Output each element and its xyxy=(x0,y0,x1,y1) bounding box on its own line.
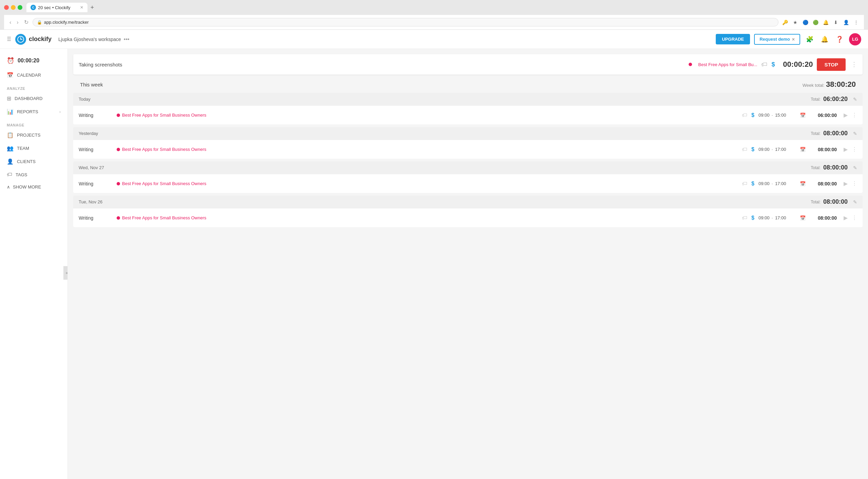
show-more-button[interactable]: ∧ SHOW MORE xyxy=(0,181,67,193)
sidebar-timer[interactable]: ⏰ 00:00:20 xyxy=(0,53,67,68)
entry-time-end-2-0: 17:00 xyxy=(775,181,786,186)
day-total-time-3: 08:00:00 xyxy=(823,198,848,205)
day-label-3: Tue, Nov 26 xyxy=(79,199,102,204)
tags-label: TAGS xyxy=(16,172,27,177)
sidebar-item-reports[interactable]: 📊 REPORTS › xyxy=(0,105,67,118)
entry-play-button-1-0[interactable]: ▶ xyxy=(844,146,848,153)
entry-billable-icon-1-0[interactable]: $ xyxy=(751,146,754,153)
request-demo-button[interactable]: Request demo × xyxy=(754,34,800,45)
entry-play-button-3-0[interactable]: ▶ xyxy=(844,215,848,221)
extension-2[interactable]: 🟢 xyxy=(812,19,819,26)
entry-time-end-3-0: 17:00 xyxy=(775,215,786,220)
entry-time-range-0-0: 09:00 - 15:00 xyxy=(758,113,796,118)
timer-more-button[interactable]: ⋮ xyxy=(851,61,857,68)
entry-time-sep-0-0: - xyxy=(772,113,773,118)
minimize-window-button[interactable] xyxy=(11,5,16,10)
entry-calendar-icon-1-0[interactable]: 📅 xyxy=(800,147,806,152)
back-button[interactable]: ‹ xyxy=(8,18,13,27)
tags-icon: 🏷 xyxy=(7,172,12,178)
entry-calendar-icon-3-0[interactable]: 📅 xyxy=(800,215,806,221)
timer-value: 00:00:20 xyxy=(18,58,39,64)
day-total-label-1: Total: xyxy=(811,131,821,136)
entry-tag-icon-1-0[interactable]: 🏷 xyxy=(742,146,747,153)
sidebar-item-projects[interactable]: 📋 PROJECTS xyxy=(0,128,67,142)
entry-tag-icon-2-0[interactable]: 🏷 xyxy=(742,181,747,187)
address-bar[interactable]: 🔒 app.clockify.me/tracker xyxy=(33,18,778,26)
clients-icon: 👤 xyxy=(7,158,14,165)
extensions-button[interactable]: 🔑 xyxy=(781,19,789,26)
app-logo[interactable]: clockify xyxy=(15,34,52,45)
logo-icon xyxy=(15,34,26,45)
timer-project-name: Best Free Apps for Small Bu... xyxy=(698,62,757,67)
day-header-3: Tue, Nov 26 Total: 08:00:00 ✎ xyxy=(73,196,863,208)
entry-billable-icon-2-0[interactable]: $ xyxy=(751,181,754,187)
forward-button[interactable]: › xyxy=(15,18,20,27)
sidebar-item-calendar[interactable]: 📅 CALENDAR xyxy=(0,68,67,82)
entry-duration-3-0: 08:00:00 xyxy=(810,215,837,221)
entry-billable-icon-3-0[interactable]: $ xyxy=(751,215,754,221)
show-more-label: SHOW MORE xyxy=(13,184,41,189)
maximize-window-button[interactable] xyxy=(18,5,22,10)
clients-label: CLIENTS xyxy=(17,159,36,164)
demo-close-icon[interactable]: × xyxy=(792,37,795,42)
entry-play-button-0-0[interactable]: ▶ xyxy=(844,112,848,118)
entry-play-button-2-0[interactable]: ▶ xyxy=(844,180,848,187)
entry-description-1-0: Writing xyxy=(79,147,113,152)
entry-tag-icon-3-0[interactable]: 🏷 xyxy=(742,215,747,221)
day-edit-icon-1[interactable]: ✎ xyxy=(853,131,857,136)
week-header: This week Week total: 38:00:20 xyxy=(73,77,863,90)
puzzle-icon[interactable]: 🧩 xyxy=(804,34,815,45)
day-edit-icon-2[interactable]: ✎ xyxy=(853,165,857,171)
projects-icon: 📋 xyxy=(7,132,14,138)
workspace-more-button[interactable]: ••• xyxy=(124,36,130,42)
sidebar-item-team[interactable]: 👥 TEAM xyxy=(0,142,67,155)
entry-more-button-2-0[interactable]: ⋮ xyxy=(852,180,857,187)
stop-button[interactable]: STOP xyxy=(817,58,846,71)
clock-icon: ⏰ xyxy=(7,57,14,64)
menu-button[interactable]: ⋮ xyxy=(852,19,860,26)
help-icon[interactable]: ❓ xyxy=(834,34,845,45)
day-edit-icon-0[interactable]: ✎ xyxy=(853,97,857,102)
day-label-0: Today xyxy=(79,97,91,102)
user-avatar[interactable]: LG xyxy=(849,33,861,45)
extension-3[interactable]: 🔔 xyxy=(822,19,829,26)
browser-tab[interactable]: C 20 sec • Clockify ✕ xyxy=(26,3,87,12)
timer-time-display: 00:00:20 xyxy=(779,60,813,69)
analyze-section-label: ANALYZE xyxy=(0,82,67,92)
entry-tag-icon-0-0[interactable]: 🏷 xyxy=(742,112,747,118)
entry-billable-icon-0-0[interactable]: $ xyxy=(751,112,754,118)
notification-icon[interactable]: 🔔 xyxy=(819,34,830,45)
sidebar-item-tags[interactable]: 🏷 TAGS xyxy=(0,168,67,181)
entry-time-start-0-0: 09:00 xyxy=(758,113,770,118)
grid-menu-icon[interactable]: ⠿ xyxy=(7,36,11,43)
entry-calendar-icon-2-0[interactable]: 📅 xyxy=(800,181,806,186)
entry-more-button-3-0[interactable]: ⋮ xyxy=(852,215,857,221)
timer-project-dot xyxy=(689,63,692,66)
traffic-lights xyxy=(4,5,22,10)
bookmark-button[interactable]: ★ xyxy=(791,19,799,26)
day-edit-icon-3[interactable]: ✎ xyxy=(853,199,857,205)
tab-close-button[interactable]: ✕ xyxy=(80,5,83,10)
sidebar: ⏰ 00:00:20 📅 CALENDAR ANALYZE ⊞ DASHBOAR… xyxy=(0,49,68,479)
close-window-button[interactable] xyxy=(4,5,9,10)
sidebar-item-clients[interactable]: 👤 CLIENTS xyxy=(0,155,67,168)
sidebar-item-dashboard[interactable]: ⊞ DASHBOARD xyxy=(0,92,67,105)
entry-calendar-icon-0-0[interactable]: 📅 xyxy=(800,113,806,118)
entry-more-button-0-0[interactable]: ⋮ xyxy=(852,112,857,118)
extension-1[interactable]: 🔵 xyxy=(802,19,809,26)
profile-button[interactable]: 👤 xyxy=(842,19,850,26)
day-header-1: Yesterday Total: 08:00:00 ✎ xyxy=(73,127,863,140)
entry-more-button-1-0[interactable]: ⋮ xyxy=(852,146,857,153)
demo-label: Request demo xyxy=(760,37,790,42)
timer-billable-icon[interactable]: $ xyxy=(771,61,775,68)
sidebar-collapse-button[interactable]: « xyxy=(63,266,68,280)
day-total-time-1: 08:00:00 xyxy=(823,130,848,137)
new-tab-button[interactable]: + xyxy=(87,3,97,12)
timer-tag-icon[interactable]: 🏷 xyxy=(761,61,767,68)
download-button[interactable]: ⬇ xyxy=(832,19,840,26)
url-text: app.clockify.me/tracker xyxy=(44,20,89,25)
entry-description-3-0: Writing xyxy=(79,215,113,221)
reload-button[interactable]: ↻ xyxy=(23,18,30,27)
upgrade-button[interactable]: UPGRADE xyxy=(716,34,750,44)
entry-time-sep-2-0: - xyxy=(772,181,773,186)
